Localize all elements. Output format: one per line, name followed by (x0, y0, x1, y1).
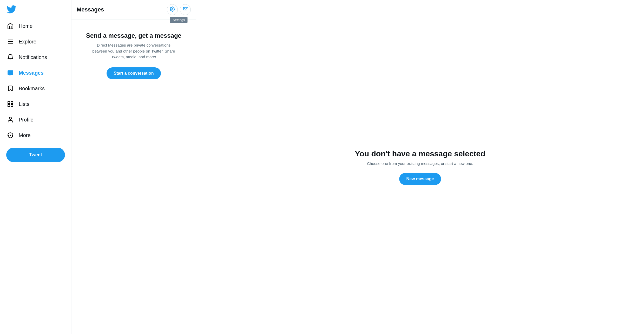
sidebar-item-label-home: Home (19, 23, 32, 29)
start-conversation-button[interactable]: Start a conversation (107, 67, 161, 79)
notifications-icon (6, 53, 15, 61)
new-message-button[interactable]: New message (399, 173, 441, 185)
sidebar: HomeExploreNotificationsMessagesBookmark… (0, 0, 71, 334)
svg-point-8 (10, 135, 11, 136)
sidebar-item-label-messages: Messages (19, 70, 44, 76)
sidebar-item-explore[interactable]: Explore (3, 34, 68, 49)
no-message-desc: Choose one from your existing messages, … (367, 161, 473, 166)
sidebar-item-label-more: More (19, 132, 31, 138)
sidebar-item-label-explore: Explore (19, 39, 36, 45)
sidebar-item-bookmarks[interactable]: Bookmarks (3, 81, 68, 96)
messages-empty: Send a message, get a message Direct Mes… (71, 20, 196, 334)
messages-icon (6, 69, 15, 77)
no-message-title: You don't have a message selected (355, 149, 485, 158)
messages-empty-desc: Direct Messages are private conversation… (90, 42, 178, 60)
messages-header: Messages Settings (71, 0, 196, 20)
new-message-icon-button[interactable] (180, 4, 191, 15)
lists-icon (6, 100, 15, 108)
right-panel: You don't have a message selected Choose… (196, 0, 644, 334)
sidebar-item-more[interactable]: More (3, 128, 68, 143)
svg-rect-6 (8, 105, 10, 107)
messages-title: Messages (77, 6, 104, 13)
sidebar-item-label-lists: Lists (19, 101, 29, 107)
svg-point-9 (12, 135, 13, 136)
tweet-button[interactable]: Tweet (6, 148, 65, 162)
sidebar-item-label-bookmarks: Bookmarks (19, 86, 45, 92)
svg-rect-3 (8, 101, 10, 104)
sidebar-item-profile[interactable]: Profile (3, 112, 68, 127)
messages-empty-title: Send a message, get a message (86, 32, 181, 39)
sidebar-item-lists[interactable]: Lists (3, 97, 68, 111)
gear-icon (170, 7, 175, 13)
svg-point-7 (9, 117, 12, 119)
explore-icon (6, 37, 15, 46)
sidebar-item-home[interactable]: Home (3, 19, 68, 33)
home-icon (6, 22, 15, 30)
header-icons: Settings (167, 4, 191, 15)
messages-panel: Messages Settings (71, 0, 196, 334)
svg-rect-4 (11, 101, 13, 104)
compose-icon (183, 7, 188, 13)
sidebar-item-notifications[interactable]: Notifications (3, 50, 68, 65)
more-icon (6, 131, 15, 139)
sidebar-item-label-notifications: Notifications (19, 54, 47, 60)
sidebar-item-label-profile: Profile (19, 117, 34, 123)
twitter-logo[interactable] (3, 2, 68, 18)
svg-point-12 (172, 8, 173, 10)
sidebar-item-messages[interactable]: Messages (3, 66, 68, 80)
profile-icon (6, 115, 15, 124)
settings-button[interactable] (167, 4, 178, 15)
svg-rect-5 (11, 105, 13, 107)
bookmarks-icon (6, 84, 15, 93)
svg-point-10 (8, 135, 9, 136)
